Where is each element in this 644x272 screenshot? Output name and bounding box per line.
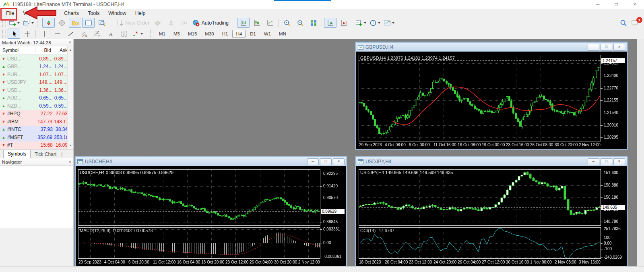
chart-window-titlebar[interactable]: USDCHF,H4 ─ □ × bbox=[76, 157, 346, 166]
close-button[interactable]: × bbox=[625, 0, 644, 9]
arrows-tool-button[interactable] bbox=[131, 29, 144, 39]
timeframe-h1[interactable]: H1 bbox=[219, 30, 232, 38]
market-watch-row-USD[interactable]: ▼USD...0.89...0.89... bbox=[0, 55, 68, 63]
chart-window-gbpusd[interactable]: GBPUSD,H4 ─ □ × GBPUSD,H4 1.23975 1.2418… bbox=[355, 42, 627, 149]
market-watch-row-USD[interactable]: ▼USD...1.36...1.36... bbox=[0, 86, 68, 94]
minimize-button[interactable]: ─ bbox=[588, 0, 607, 9]
chart-window-titlebar[interactable]: USDJPY,H4 ─ □ × bbox=[356, 157, 627, 166]
toolbar-grip[interactable] bbox=[110, 19, 113, 27]
accounts-button[interactable] bbox=[165, 18, 177, 28]
vertical-line-tool-button[interactable] bbox=[38, 29, 50, 39]
data-window-button[interactable] bbox=[56, 18, 68, 28]
navigator-header[interactable]: Navigator × bbox=[0, 158, 73, 166]
symbol-column-header[interactable]: Symbol bbox=[0, 48, 36, 53]
scroll-down-icon[interactable]: ▼ bbox=[68, 143, 73, 148]
market-watch-row-#HPQ[interactable]: ▼#HPQ27.2227.63 bbox=[0, 110, 68, 118]
navigator-body[interactable] bbox=[0, 166, 73, 228]
line-chart-mode-button[interactable] bbox=[264, 18, 276, 28]
autotrading-button[interactable]: AutoTrading bbox=[191, 18, 230, 28]
expert-advisors-button[interactable] bbox=[151, 18, 164, 28]
terminal-toggle-button[interactable] bbox=[82, 18, 95, 28]
scroll-up-icon[interactable]: ▲ bbox=[68, 47, 73, 53]
new-order-button[interactable]: New Order bbox=[115, 18, 151, 28]
price-axis-label: 1.22155 bbox=[604, 98, 618, 102]
market-watch-row-USDJPY[interactable]: ▼USDJPY149....149.... bbox=[0, 79, 68, 87]
market-watch-row-#INTC[interactable]: ▲#INTC37.9338.34 bbox=[0, 126, 68, 134]
timeframe-m1[interactable]: M1 bbox=[155, 30, 169, 38]
chart-shift-button[interactable] bbox=[337, 18, 350, 28]
chart-area[interactable]: GBPUSD,H4 1.23975 1.24181 1.23974 1.2415… bbox=[356, 52, 627, 149]
auto-scroll-button[interactable] bbox=[324, 18, 336, 28]
ask-column-header[interactable]: Ask bbox=[53, 48, 68, 53]
zoom-in-button[interactable] bbox=[281, 18, 293, 28]
toolbar-grip[interactable] bbox=[150, 30, 153, 37]
tab-symbols[interactable]: Symbols bbox=[3, 150, 31, 158]
mdi-scrollbar[interactable] bbox=[637, 39, 644, 267]
timeframe-h4[interactable]: H4 bbox=[232, 30, 246, 38]
chart-restore-button[interactable]: □ bbox=[601, 158, 612, 165]
chart-restore-button[interactable]: □ bbox=[601, 44, 612, 51]
chart-minimize-button[interactable]: ─ bbox=[588, 158, 599, 165]
price-chart-canvas[interactable] bbox=[356, 52, 627, 149]
timeframe-w1[interactable]: W1 bbox=[260, 30, 275, 38]
tile-windows-button[interactable] bbox=[307, 18, 320, 28]
tab-tick-chart[interactable]: Tick Chart bbox=[31, 151, 60, 158]
toolbar-grip[interactable] bbox=[232, 19, 235, 27]
toolbar-grip[interactable] bbox=[2, 30, 6, 37]
chart-minimize-button[interactable]: ─ bbox=[307, 158, 319, 165]
cursor-tool-button[interactable] bbox=[8, 29, 20, 39]
market-watch-close-icon[interactable]: × bbox=[69, 40, 71, 45]
timeframe-m5[interactable]: M5 bbox=[170, 30, 184, 38]
timeframe-d1[interactable]: D1 bbox=[246, 30, 260, 38]
menu-window[interactable]: Window bbox=[104, 9, 130, 17]
channel-tool-button[interactable]: E bbox=[78, 29, 90, 39]
market-watch-scrollbar[interactable]: ▲ ▼ bbox=[67, 46, 73, 149]
templates-button[interactable] bbox=[382, 18, 396, 28]
fibonacci-tool-button[interactable]: F bbox=[91, 29, 103, 39]
menu-charts[interactable]: Charts bbox=[60, 9, 83, 17]
menu-tools[interactable]: Tools bbox=[83, 9, 104, 17]
market-watch-header[interactable]: Market Watch: 12:44:28 × bbox=[0, 39, 73, 46]
candlestick-mode-button[interactable] bbox=[250, 18, 263, 28]
menu-help[interactable]: Help bbox=[131, 9, 150, 17]
crosshair-tool-button[interactable] bbox=[21, 29, 33, 39]
search-button[interactable] bbox=[620, 19, 627, 27]
chart-close-button[interactable]: × bbox=[613, 158, 625, 165]
zoom-out-button[interactable] bbox=[294, 18, 306, 28]
chart-window-usdjpy[interactable]: USDJPY,H4 ─ □ × USDJPY,H4 149.665 149.66… bbox=[355, 156, 627, 267]
price-chart-canvas[interactable] bbox=[76, 166, 346, 266]
chart-close-button[interactable]: × bbox=[613, 44, 625, 51]
text-label-tool-button[interactable]: T bbox=[118, 29, 130, 39]
indicators-button[interactable] bbox=[354, 18, 367, 28]
bar-chart-mode-button[interactable] bbox=[237, 18, 250, 28]
market-watch-row-#IBM[interactable]: ▼#IBM147.73148.17 bbox=[0, 118, 68, 126]
timeframe-m30[interactable]: M30 bbox=[201, 30, 217, 38]
notifications-button[interactable]: 1 bbox=[631, 19, 639, 27]
market-watch-row-#MSFT[interactable]: ▲#MSFT352.69353.18 bbox=[0, 133, 68, 141]
restore-button[interactable]: □ bbox=[607, 0, 625, 9]
chart-minimize-button[interactable]: ─ bbox=[588, 44, 599, 51]
chart-restore-button[interactable]: □ bbox=[320, 158, 332, 165]
timeframe-m15[interactable]: M15 bbox=[184, 30, 200, 38]
market-watch-row-NZD[interactable]: ▲NZD...0.59...0.59... bbox=[0, 102, 68, 110]
price-chart-canvas[interactable] bbox=[356, 166, 627, 266]
chart-area[interactable]: USDJPY,H4 149.665 149.666 149.599 149.63… bbox=[356, 166, 627, 266]
bid-column-header[interactable]: Bid bbox=[36, 48, 53, 53]
timeframe-mn[interactable]: MN bbox=[275, 30, 290, 38]
horizontal-line-tool-button[interactable] bbox=[51, 29, 64, 39]
chart-window-titlebar[interactable]: GBPUSD,H4 ─ □ × bbox=[356, 43, 627, 52]
trendline-tool-button[interactable] bbox=[64, 29, 77, 39]
navigator-close-icon[interactable]: × bbox=[69, 160, 71, 164]
market-watch-row-EUR[interactable]: ▼EUR...1.07...1.07... bbox=[0, 71, 68, 79]
chart-window-usdchf[interactable]: USDCHF,H4 ─ □ × USDCHF,H4 0.89608 0.8969… bbox=[75, 156, 347, 267]
chart-area[interactable]: USDCHF,H4 0.89608 0.89695 0.89575 0.8962… bbox=[76, 166, 346, 266]
market-watch-row-#T[interactable]: ▼#T15.6816.09 bbox=[0, 141, 68, 149]
broadcast-button[interactable] bbox=[178, 18, 190, 28]
strategy-tester-button[interactable] bbox=[95, 18, 108, 28]
periods-button[interactable] bbox=[368, 18, 382, 28]
navigator-toggle-button[interactable] bbox=[69, 18, 81, 28]
chart-close-button[interactable]: × bbox=[333, 158, 345, 165]
text-tool-button[interactable]: A bbox=[104, 29, 117, 39]
market-watch-row-GBP[interactable]: ▲GBP...1.24...1.24... bbox=[0, 63, 68, 71]
market-watch-row-AUD[interactable]: ▲AUD...0.65...0.65... bbox=[0, 94, 68, 102]
